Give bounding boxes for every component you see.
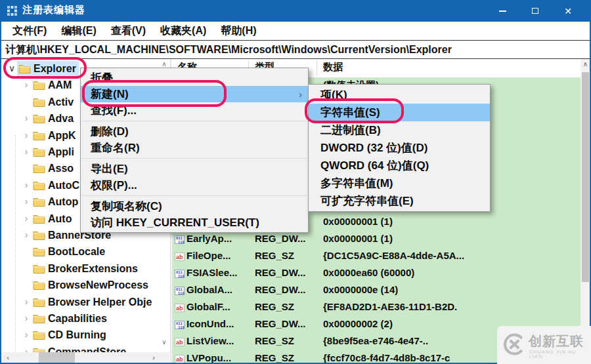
chevron-right-icon[interactable]: › [21,177,32,193]
menu-item[interactable]: 折叠 [81,70,308,86]
scroll-left-icon[interactable]: ‹ [3,352,13,363]
registry-value-row[interactable]: abFileOpe...REG_SZ{DC1C5A9C-E88A-4dde-A5… [172,248,580,265]
tree-item-row: CommandStore [32,344,129,353]
reg-sz-icon: ab [175,252,185,260]
tree-item[interactable]: ›CommandStore [1,344,169,352]
menu-item[interactable]: 复制项名称(C) [81,198,308,214]
chevron-right-icon[interactable]: › [21,310,32,327]
chevron-right-icon[interactable]: › [21,127,32,144]
tree-scroll-down-icon[interactable]: ∨ [160,338,169,346]
value-data: {8be9f5ea-e746-4e47-.. [323,335,428,346]
submenu-item[interactable]: 项(K) [309,86,490,104]
chevron-right-icon[interactable]: › [21,344,32,352]
chevron-right-icon[interactable]: › [21,294,32,310]
chevron-right-icon[interactable]: › [21,211,32,227]
menu-item[interactable]: 查找(F)... [81,102,308,119]
tree-item-label: Explorer [33,63,76,75]
svg-text:110: 110 [178,291,185,295]
vertical-scroll-thumb[interactable] [582,72,589,282]
value-name: LVPopu... [186,352,231,363]
tree-item-label: Asso [48,163,74,174]
value-data: 0x0000000e (14) [323,284,398,295]
watermark-logo-icon [502,333,526,356]
tree-item[interactable]: BrowseNewProcess [1,277,169,293]
tree-item[interactable]: ›Capabilities [1,310,169,327]
address-bar[interactable]: 计算机\HKEY_LOCAL_MACHINE\SOFTWARE\Microsof… [0,40,591,59]
minimize-icon [499,10,506,12]
tree-horizontal-scrollbar[interactable]: ‹ › [1,352,169,363]
registry-value-row[interactable]: 011110FSIASlee...REG_DW...0x0000ea60 (60… [172,265,580,282]
registry-value-row[interactable]: 011110EarlyAp...REG_DW...0x00000001 (1) [172,231,580,248]
tree-item-row: AutoC [32,178,82,193]
menubar-item[interactable]: 文件(F) [5,22,54,40]
folder-icon [33,180,45,190]
menubar-item[interactable]: 帮助(H) [213,22,263,40]
folder-icon [33,131,45,140]
menu-separator [81,119,308,123]
value-type: REG_DW... [255,233,306,244]
value-name: IconUnd... [186,318,234,329]
menu-item[interactable]: 重命名(R) [81,140,308,156]
watermark: 创新互联 CHUANG XIN HU LIAN [497,326,591,364]
tree-item-row: Browser Helper Obje [32,294,154,310]
submenu-item[interactable]: 字符串值(S) [309,104,490,121]
list-vertical-scrollbar[interactable]: ∧ [580,59,590,363]
horizontal-scroll-thumb[interactable] [39,352,75,363]
tree-item[interactable]: BootLocale [1,243,169,260]
chevron-right-icon[interactable]: › [21,144,32,160]
window-border [0,22,1,364]
maximize-icon [532,8,538,14]
close-button[interactable]: ✕ [552,0,584,22]
new-submenu: 项(K)字符串值(S)二进制值(B)DWORD (32 位)值(D)QWORD … [308,84,491,212]
chevron-right-icon[interactable]: › [21,110,32,127]
menu-bar: 文件(F)编辑(E)查看(V)收藏夹(A)帮助(H) [0,22,591,40]
submenu-item[interactable]: 可扩充字符串值(E) [309,192,490,210]
menu-item-label: 复制项名称(C) [91,200,162,212]
tree-item-label: Capabilities [48,313,107,325]
svg-text:ab: ab [176,339,183,346]
menubar-item[interactable]: 编辑(E) [54,22,103,40]
chevron-right-icon[interactable]: › [21,327,32,343]
menubar-item[interactable]: 收藏夹(A) [153,22,213,40]
submenu-item[interactable]: DWORD (32 位)值(D) [309,139,490,157]
tree-scroll-up-icon[interactable]: ∧ [160,60,169,68]
value-data: 0x0000ea60 (60000) [323,267,414,278]
menu-item[interactable]: 访问 HKEY_CURRENT_USER(T) [81,214,308,231]
tree-item-label: BootLocale [48,246,105,258]
folder-icon [33,97,45,107]
menu-item[interactable]: 导出(E) [81,161,308,177]
title-bar: 注册表编辑器 ✕ [0,0,591,22]
minimize-button[interactable] [486,0,519,22]
tree-item-label: Activ [48,96,74,108]
column-header-data[interactable]: 数据 [323,61,343,73]
registry-value-row[interactable]: abGlobalF...REG_SZ{EF8AD2D1-AE36-11D1-B2… [172,299,580,316]
menu-item[interactable]: 删除(D) [81,123,308,140]
column-separator[interactable] [317,60,317,76]
menu-item[interactable]: 权限(P)... [81,177,308,193]
tree-item-label: Auto [48,213,72,225]
chevron-right-icon[interactable]: › [21,77,32,93]
svg-text:110: 110 [178,325,185,329]
menu-item-label: 折叠 [91,71,113,84]
tree-item[interactable]: ›CD Burning [1,327,169,343]
registry-value-row[interactable]: 011110GlobalA...REG_DW...0x0000000e (14) [172,282,580,299]
submenu-item[interactable]: 多字符串值(M) [309,174,490,192]
scroll-up-icon[interactable]: ∧ [580,60,590,68]
chevron-right-icon[interactable]: › [21,193,32,210]
submenu-item[interactable]: 二进制值(B) [309,121,490,139]
chevron-right-icon[interactable]: › [21,227,32,243]
value-name: EarlyAp... [186,233,232,244]
submenu-item-label: 可扩充字符串值(E) [320,195,414,207]
tree-item[interactable]: BrokerExtensions [1,260,169,277]
chevron-down-icon[interactable]: ∨ [7,60,17,77]
tree-item[interactable]: ›Browser Helper Obje [1,294,169,310]
scroll-right-icon[interactable]: › [148,352,159,363]
menubar-item[interactable]: 查看(V) [104,22,153,40]
reg-dword-icon: 011110 [175,320,185,329]
folder-icon [33,197,45,207]
app-icon [7,5,18,16]
submenu-item[interactable]: QWORD (64 位)值(Q) [309,157,490,174]
tree-item-row: Capabilities [32,311,110,327]
menu-item[interactable]: 新建(N)› [81,86,308,102]
maximize-button[interactable] [519,0,552,22]
